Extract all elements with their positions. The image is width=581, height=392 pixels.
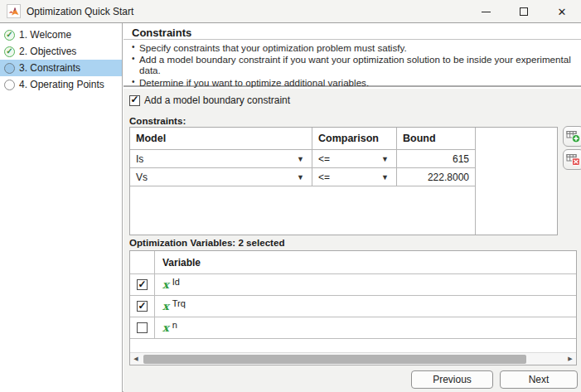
- variable-cell[interactable]: x n: [155, 317, 576, 338]
- scrollbar-track[interactable]: [142, 355, 564, 364]
- column-header-comparison: Comparison: [312, 128, 397, 150]
- checkbox-column-header: [130, 251, 155, 273]
- constraints-table-label: Constraints:: [129, 115, 186, 126]
- optimization-variables-label: Optimization Variables: 2 selected: [129, 237, 285, 248]
- window-controls: ✕: [467, 0, 581, 23]
- constraints-table: Model Comparison Bound Is ▼ <= ▼ 6: [129, 127, 558, 235]
- bullet-text: Specify constraints that your optimizati…: [139, 42, 407, 53]
- sidebar-item-label: 4. Operating Points: [19, 79, 104, 90]
- constraints-panel: ✓ Add a model boundary constraint Constr…: [123, 89, 581, 392]
- header-block: Constraints •Specify constraints that yo…: [123, 23, 581, 87]
- chevron-down-icon: ▼: [297, 155, 304, 163]
- chevron-down-icon: ▼: [381, 155, 389, 163]
- variables-header-row: Variable: [130, 251, 576, 274]
- maximize-icon: [520, 7, 528, 16]
- sidebar-item-welcome[interactable]: ✓ 1. Welcome: [0, 27, 122, 43]
- step-active-icon: [4, 63, 15, 74]
- sidebar-item-constraints[interactable]: 3. Constraints: [0, 60, 122, 76]
- model-value: Is: [136, 153, 143, 165]
- sidebar-item-objectives[interactable]: ✓ 2. Objectives: [0, 43, 122, 60]
- maximize-button[interactable]: [505, 0, 543, 23]
- variable-checkbox[interactable]: [137, 322, 148, 333]
- comparison-dropdown[interactable]: <= ▼: [312, 168, 397, 186]
- matlab-logo-icon: [7, 4, 21, 18]
- minimize-button[interactable]: [467, 0, 505, 23]
- variable-checkbox[interactable]: ✓: [137, 301, 148, 312]
- variable-checkbox[interactable]: ✓: [137, 279, 148, 290]
- optimization-quick-start-window: Optimization Quick Start ✕ ✓ 1. Welcome …: [0, 0, 581, 392]
- bullet-text: Add a model boundary constraint if you w…: [139, 54, 581, 75]
- step-complete-icon: ✓: [4, 30, 15, 41]
- comparison-dropdown[interactable]: <= ▼: [312, 150, 397, 168]
- chevron-down-icon: ▼: [381, 173, 389, 181]
- variable-name: n: [172, 320, 177, 330]
- sidebar-item-label: 2. Objectives: [19, 46, 76, 57]
- comparison-value: <=: [318, 153, 330, 165]
- close-icon: ✕: [558, 7, 567, 17]
- variable-cell[interactable]: x Id: [155, 274, 576, 295]
- boundary-constraint-checkbox[interactable]: ✓: [129, 95, 140, 106]
- variable-row: ✓ x Id: [130, 274, 576, 296]
- table-extra-column: [476, 128, 557, 235]
- bullet-icon: •: [132, 54, 139, 75]
- boundary-constraint-row: ✓ Add a model boundary constraint: [129, 94, 290, 106]
- model-dropdown[interactable]: Is ▼: [130, 150, 312, 168]
- boundary-constraint-label: Add a model boundary constraint: [144, 94, 290, 106]
- variable-x-icon: x: [162, 300, 169, 312]
- page-title: Constraints: [132, 27, 191, 39]
- chevron-down-icon: ▼: [297, 173, 304, 181]
- bullet-icon: •: [132, 77, 139, 88]
- bound-cell[interactable]: 222.8000: [397, 168, 476, 186]
- scroll-left-icon[interactable]: ◀: [130, 356, 142, 362]
- variable-row: x n: [130, 317, 576, 339]
- step-complete-icon: ✓: [4, 46, 15, 57]
- title-bar: Optimization Quick Start ✕: [0, 0, 581, 23]
- table-empty-area: [130, 339, 576, 352]
- scroll-right-icon[interactable]: ▶: [564, 356, 576, 362]
- previous-button[interactable]: Previous: [411, 370, 493, 389]
- next-button[interactable]: Next: [500, 370, 578, 389]
- minimize-icon: [482, 12, 491, 12]
- description-bullets: •Specify constraints that your optimizat…: [132, 42, 581, 89]
- model-value: Vs: [136, 172, 148, 183]
- variable-cell[interactable]: x Trq: [155, 296, 576, 317]
- sidebar-item-operating-points[interactable]: 4. Operating Points: [0, 76, 122, 93]
- variable-name: Trq: [172, 298, 186, 308]
- variables-table: Variable ✓ x Id ✓ x: [129, 250, 577, 365]
- constraints-header-row: Model Comparison Bound: [130, 128, 476, 150]
- delete-constraint-button[interactable]: [563, 149, 581, 170]
- variable-name: Id: [172, 277, 180, 287]
- sidebar-item-label: 1. Welcome: [19, 29, 71, 41]
- comparison-value: <=: [318, 172, 330, 183]
- constraint-row: Vs ▼ <= ▼ 222.8000: [130, 168, 476, 186]
- add-constraint-button[interactable]: [563, 126, 581, 147]
- window-title: Optimization Quick Start: [27, 6, 133, 17]
- close-button[interactable]: ✕: [543, 0, 581, 23]
- scrollbar-thumb[interactable]: [143, 355, 526, 364]
- bullet-text: Determine if you want to optimize additi…: [139, 77, 369, 88]
- table-delete-icon: [566, 153, 581, 167]
- step-pending-icon: [4, 80, 15, 90]
- constraint-row: Is ▼ <= ▼ 615: [130, 150, 476, 168]
- table-add-icon: [566, 130, 581, 143]
- heading-divider: [123, 39, 581, 40]
- constraints-table-main: Model Comparison Bound Is ▼ <= ▼ 6: [130, 128, 476, 235]
- bullet-icon: •: [132, 42, 139, 53]
- table-empty-area: [130, 186, 476, 235]
- column-header-bound: Bound: [397, 128, 476, 150]
- variable-x-icon: x: [162, 322, 169, 334]
- sidebar-item-label: 3. Constraints: [19, 62, 80, 74]
- model-dropdown[interactable]: Vs ▼: [130, 168, 312, 186]
- steps-sidebar: ✓ 1. Welcome ✓ 2. Objectives 3. Constrai…: [0, 23, 123, 392]
- main-content: Constraints •Specify constraints that yo…: [123, 23, 581, 392]
- variable-x-icon: x: [162, 278, 169, 291]
- variable-row: ✓ x Trq: [130, 296, 576, 317]
- bound-cell[interactable]: 615: [397, 150, 476, 168]
- horizontal-scrollbar[interactable]: ◀ ▶: [130, 352, 576, 365]
- column-header-model: Model: [130, 128, 312, 150]
- column-header-variable: Variable: [155, 251, 576, 273]
